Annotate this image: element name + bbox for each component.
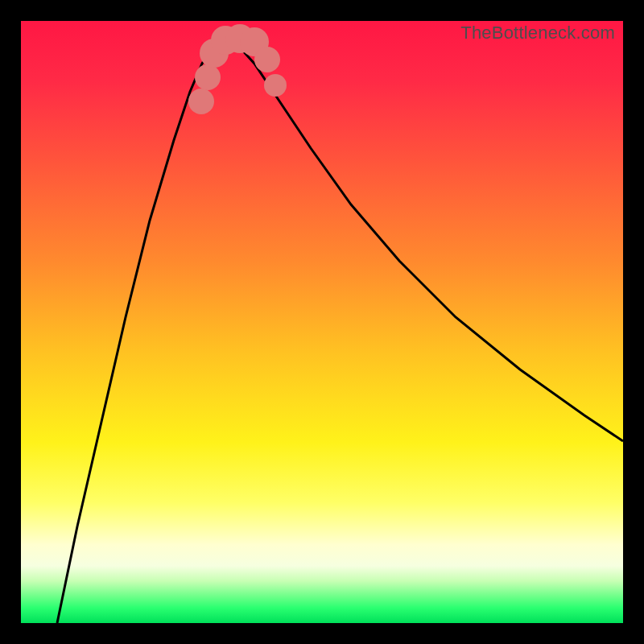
chart-frame: TheBottleneck.com <box>0 0 644 644</box>
curve-marker <box>264 74 287 97</box>
curve-marker <box>188 89 214 114</box>
gradient-background <box>21 21 623 623</box>
bottleneck-chart <box>21 21 623 623</box>
curve-marker <box>254 47 280 72</box>
watermark-label: TheBottleneck.com <box>460 23 615 43</box>
curve-marker <box>195 64 221 90</box>
plot-area: TheBottleneck.com <box>21 21 623 623</box>
